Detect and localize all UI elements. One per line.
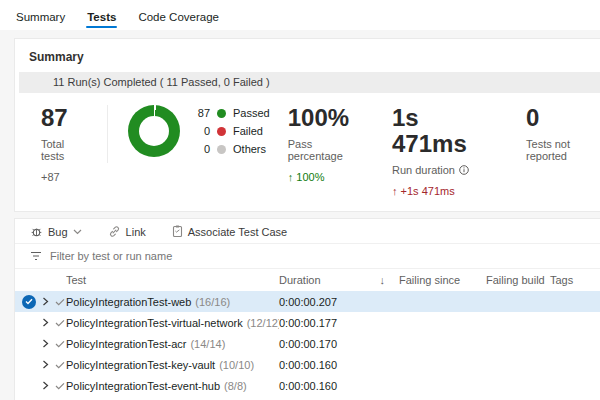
results-donut-chart	[128, 105, 180, 157]
associate-test-case-label: Associate Test Case	[188, 226, 287, 238]
donut-legend: 87 Passed 0 Failed 0 Others	[194, 107, 270, 155]
run-duration-stat: 1s 471ms Run duration ↑ +1s 471ms	[392, 105, 484, 197]
test-results-card: Bug Link Associate Test Case Test	[14, 218, 600, 400]
passed-check-icon	[55, 298, 65, 306]
test-pass-count: (8/8)	[224, 380, 247, 392]
link-icon	[108, 225, 121, 238]
col-header-test[interactable]: Test	[66, 274, 279, 286]
passed-label: Passed	[233, 107, 270, 119]
col-header-failing-since[interactable]: Failing since	[399, 274, 486, 286]
passed-check-icon	[55, 361, 65, 369]
expand-chevron-icon[interactable]	[42, 297, 49, 306]
filter-bar	[15, 244, 600, 268]
table-body: PolicyIntegrationTest-web (16/16) 0:00:0…	[15, 291, 600, 400]
legend-others: 0 Others	[194, 143, 270, 155]
test-pass-count: (10/10)	[219, 359, 254, 371]
table-row[interactable]: PolicyIntegrationTest-key-vault (10/10) …	[15, 354, 600, 375]
summary-card: Summary 11 Run(s) Completed ( 11 Passed,…	[14, 38, 600, 212]
stats-row: 87 Total tests +87 87 Passed 0 Failed 0	[15, 93, 600, 211]
table-row[interactable]: PolicyIntegrationTest-web (16/16) 0:00:0…	[15, 291, 600, 312]
tab-code-coverage[interactable]: Code Coverage	[137, 5, 220, 30]
test-case-icon	[172, 225, 183, 238]
test-pass-count: (14/14)	[190, 338, 225, 350]
test-duration: 0:00:00.160	[279, 380, 399, 392]
run-duration-delta: ↑ +1s 471ms	[392, 185, 484, 197]
sort-descending-icon: ↓	[380, 274, 386, 286]
passed-check-icon	[55, 340, 65, 348]
test-name[interactable]: PolicyIntegrationTest-web	[66, 296, 191, 308]
table-row[interactable]: PolicyIntegrationTest-storage-account (7…	[15, 396, 600, 400]
col-header-duration[interactable]: Duration ↓	[279, 274, 399, 286]
stats-divider	[107, 105, 108, 163]
failed-count: 0	[194, 125, 210, 137]
others-count: 0	[194, 143, 210, 155]
passed-count: 87	[194, 107, 210, 119]
total-tests-stat: 87 Total tests +87	[41, 105, 83, 183]
test-pass-count: (16/16)	[195, 296, 230, 308]
others-dot-icon	[217, 145, 226, 154]
results-toolbar: Bug Link Associate Test Case	[15, 219, 600, 243]
passed-check-icon	[55, 382, 65, 390]
passed-dot-icon	[217, 109, 226, 118]
selected-checkmark-icon[interactable]	[22, 295, 36, 309]
table-row[interactable]: PolicyIntegrationTest-virtual-network (1…	[15, 312, 600, 333]
tab-tests[interactable]: Tests	[86, 5, 117, 30]
expand-chevron-icon[interactable]	[42, 339, 49, 348]
chevron-down-icon	[73, 229, 82, 235]
passed-check-icon	[55, 319, 65, 327]
others-label: Others	[233, 143, 266, 155]
table-header-row: Test Duration ↓ Failing since Failing bu…	[15, 269, 600, 291]
col-header-tags[interactable]: Tags	[550, 274, 600, 286]
tab-summary[interactable]: Summary	[15, 5, 66, 30]
expand-chevron-icon[interactable]	[42, 381, 49, 390]
total-tests-delta: +87	[41, 171, 83, 183]
bug-button-label: Bug	[48, 226, 68, 238]
failed-dot-icon	[217, 127, 226, 136]
bug-button[interactable]: Bug	[30, 225, 82, 238]
pass-percentage-value: 100%	[288, 105, 358, 131]
legend-passed: 87 Passed	[194, 107, 270, 119]
table-row[interactable]: PolicyIntegrationTest-acr (14/14) 0:00:0…	[15, 333, 600, 354]
test-duration: 0:00:00.160	[279, 359, 399, 371]
test-name[interactable]: PolicyIntegrationTest-virtual-network	[66, 317, 243, 329]
filter-input[interactable]	[50, 250, 350, 262]
not-reported-label: Tests not reported	[526, 138, 600, 162]
pass-percentage-delta: ↑ 100%	[288, 171, 358, 183]
test-duration: 0:00:00.170	[279, 338, 399, 350]
total-tests-value: 87	[41, 105, 83, 131]
info-icon	[459, 165, 469, 175]
duration-header-label: Duration	[279, 274, 321, 286]
filter-icon	[30, 251, 42, 261]
pass-percentage-label: Pass percentage	[288, 138, 358, 162]
table-row[interactable]: PolicyIntegrationTest-event-hub (8/8) 0:…	[15, 375, 600, 396]
results-donut-group: 87 Passed 0 Failed 0 Others	[128, 105, 270, 157]
not-reported-stat: 0 Tests not reported	[526, 105, 600, 162]
total-tests-label: Total tests	[41, 138, 83, 162]
pass-percentage-stat: 100% Pass percentage ↑ 100%	[288, 105, 358, 183]
expand-chevron-icon[interactable]	[42, 318, 49, 327]
tab-bar: Summary Tests Code Coverage	[0, 0, 600, 30]
associate-test-case-button[interactable]: Associate Test Case	[172, 225, 287, 238]
test-duration: 0:00:00.207	[279, 296, 399, 308]
test-name[interactable]: PolicyIntegrationTest-event-hub	[66, 380, 220, 392]
not-reported-value: 0	[526, 105, 600, 131]
test-name[interactable]: PolicyIntegrationTest-key-vault	[66, 359, 215, 371]
failed-label: Failed	[233, 125, 263, 137]
legend-failed: 0 Failed	[194, 125, 270, 137]
test-pass-count: (12/12)	[247, 317, 279, 329]
run-duration-value: 1s 471ms	[392, 105, 484, 157]
summary-card-title: Summary	[15, 39, 600, 72]
expand-chevron-icon[interactable]	[42, 360, 49, 369]
link-button-label: Link	[126, 226, 146, 238]
runs-completed-banner: 11 Run(s) Completed ( 11 Passed, 0 Faile…	[19, 72, 600, 93]
col-header-failing-build[interactable]: Failing build	[486, 274, 550, 286]
bug-icon	[30, 225, 43, 238]
test-name[interactable]: PolicyIntegrationTest-acr	[66, 338, 186, 350]
run-duration-label: Run duration	[392, 164, 455, 176]
test-duration: 0:00:00.177	[279, 317, 399, 329]
link-button[interactable]: Link	[108, 225, 146, 238]
